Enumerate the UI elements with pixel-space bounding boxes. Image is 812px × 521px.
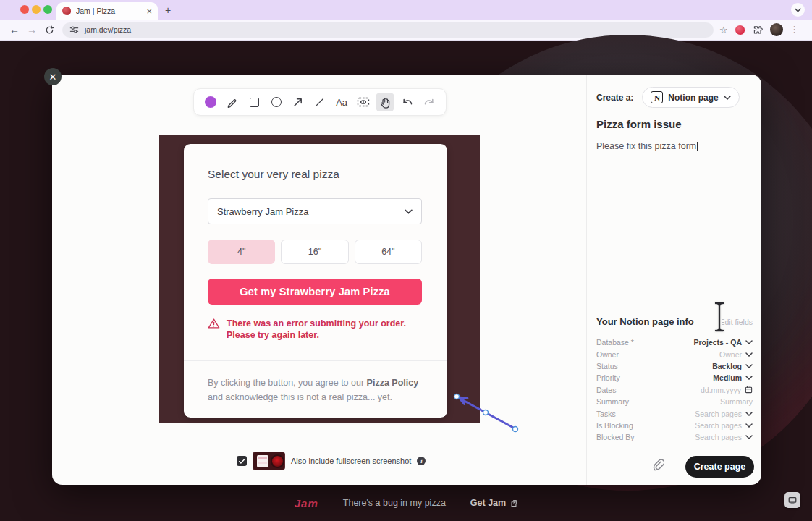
back-button[interactable]: ←: [6, 24, 23, 35]
chevron-down-icon: [745, 435, 753, 439]
jam-widget-button[interactable]: [784, 492, 800, 508]
chevron-down-icon: [745, 352, 753, 357]
notion-field-row[interactable]: Priority Medium: [596, 372, 753, 384]
size-button-group: 4" 16" 64": [208, 240, 422, 264]
tab-title: Jam | Pizza: [76, 7, 141, 15]
rectangle-icon: [250, 98, 259, 107]
pizza-select-value: Strawberry Jam Pizza: [217, 206, 405, 217]
field-value: Search pages: [695, 410, 742, 418]
text-tool-button[interactable]: Aa: [332, 93, 351, 111]
screenshot-preview: Select your very real pizza Strawberry J…: [159, 135, 480, 423]
legal-text: By clicking the button, you agree to our…: [208, 376, 425, 404]
annotation-arrow[interactable]: [440, 383, 527, 441]
warning-triangle-icon: [208, 318, 220, 329]
line-tool-button[interactable]: [310, 93, 329, 111]
arrow-mid-handle[interactable]: [483, 410, 489, 415]
profile-avatar[interactable]: [770, 23, 783, 36]
include-fullscreen-label: Also include fullscreen screenshot: [291, 457, 411, 465]
info-icon[interactable]: i: [417, 457, 426, 465]
window-zoom-button[interactable]: [43, 5, 52, 14]
size-button[interactable]: 16": [281, 240, 348, 264]
field-label: Status: [596, 362, 712, 370]
form-divider: [184, 360, 447, 361]
field-label: Owner: [596, 350, 719, 359]
window-minimize-button[interactable]: [32, 5, 41, 14]
field-label: Database *: [596, 338, 693, 347]
bookmark-star-icon[interactable]: ☆: [719, 25, 728, 35]
notion-field-row[interactable]: Status Backlog: [596, 360, 753, 372]
legal-prefix: By clicking the button, you agree to our: [208, 378, 367, 388]
issue-title-input[interactable]: Pizza form issue: [596, 118, 682, 130]
window-close-button[interactable]: [20, 5, 29, 14]
notion-field-row[interactable]: Is Blocking Search pages: [596, 420, 753, 431]
field-value: Backlog: [712, 362, 742, 370]
get-jam-label: Get Jam: [470, 498, 506, 508]
notion-field-row[interactable]: Tasks Search pages: [596, 407, 753, 419]
circle-icon: [271, 97, 282, 107]
notion-field-row[interactable]: Owner Owner: [596, 348, 753, 360]
destination-dropdown[interactable]: N Notion page: [642, 87, 739, 108]
jam-extension-icon[interactable]: [735, 25, 745, 35]
new-tab-button[interactable]: +: [165, 4, 171, 16]
check-icon: [238, 458, 245, 465]
notion-info-title: Your Notion page info: [596, 316, 694, 327]
pen-tool-button[interactable]: [223, 93, 242, 111]
get-jam-link[interactable]: Get Jam: [470, 498, 517, 508]
hand-icon: [379, 96, 391, 109]
pizza-form-card: Select your very real pizza Strawberry J…: [184, 144, 447, 418]
text-cursor-icon: [711, 300, 727, 334]
reload-icon: [45, 25, 54, 35]
jam-logo: Jam: [295, 497, 318, 509]
chevron-down-icon: [745, 364, 753, 368]
arrow-tool-button[interactable]: [289, 93, 308, 111]
create-page-button[interactable]: Create page: [685, 456, 754, 478]
extensions-puzzle-icon[interactable]: [752, 25, 763, 35]
pizza-policy-link[interactable]: Pizza Policy: [367, 378, 419, 388]
ellipse-tool-button[interactable]: [267, 93, 286, 111]
pen-icon: [227, 96, 238, 108]
browser-menu-icon[interactable]: ⋮: [790, 25, 799, 35]
arrow-start-handle[interactable]: [454, 394, 460, 399]
notion-field-row[interactable]: Blocked By Search pages: [596, 431, 753, 443]
field-label: Summary: [596, 397, 720, 406]
redact-tool-button[interactable]: [354, 93, 373, 111]
field-label: Is Blocking: [596, 421, 695, 430]
notion-field-row[interactable]: Dates dd.mm.yyyy: [596, 384, 753, 396]
tab-search-button[interactable]: [791, 3, 805, 17]
size-button[interactable]: 4": [208, 240, 275, 264]
rectangle-tool-button[interactable]: [245, 93, 263, 111]
pizza-form-heading: Select your very real pizza: [208, 168, 339, 181]
arrow-end-handle[interactable]: [513, 427, 518, 432]
chevron-down-icon: [745, 376, 753, 380]
field-value: Search pages: [695, 421, 742, 430]
page-footer: Jam There's a bug in my pizza Get Jam: [0, 485, 812, 521]
undo-icon: [402, 98, 413, 107]
forward-button[interactable]: →: [23, 24, 41, 35]
hand-tool-button[interactable]: [376, 93, 394, 111]
redo-icon: [423, 98, 435, 107]
size-button[interactable]: 64": [355, 240, 422, 264]
redo-button[interactable]: [420, 93, 439, 111]
close-overlay-button[interactable]: ✕: [44, 68, 62, 85]
create-a-label: Create a:: [596, 93, 633, 103]
pizza-select[interactable]: Strawberry Jam Pizza: [208, 198, 422, 224]
tab-close-icon[interactable]: ×: [146, 7, 152, 16]
undo-button[interactable]: [398, 93, 417, 111]
screen: Jam | Pizza × + ← → jam.dev/pizza ☆ ⋮ Ja…: [0, 0, 812, 521]
issue-description-input[interactable]: Please fix this pizza form: [596, 141, 698, 151]
browser-tab[interactable]: Jam | Pizza ×: [56, 2, 158, 20]
issue-description-text: Please fix this pizza form: [596, 141, 696, 151]
field-label: Priority: [596, 373, 713, 382]
error-message: There was an error submitting your order…: [208, 318, 425, 341]
get-pizza-button[interactable]: Get my Strawberry Jam Pizza: [208, 279, 422, 305]
color-swatch-button[interactable]: [201, 93, 220, 111]
attachment-button[interactable]: [651, 458, 664, 472]
field-value: Owner: [719, 350, 742, 359]
reload-button[interactable]: [41, 25, 58, 35]
calendar-icon: [745, 386, 753, 394]
jam-capture-overlay: ✕ Aa: [52, 75, 761, 485]
fullscreen-thumbnail[interactable]: [253, 452, 285, 470]
notion-field-row[interactable]: Summary Summary: [596, 396, 753, 407]
include-fullscreen-checkbox[interactable]: [237, 456, 247, 466]
notion-field-row[interactable]: Database * Projects - QA: [596, 336, 753, 348]
